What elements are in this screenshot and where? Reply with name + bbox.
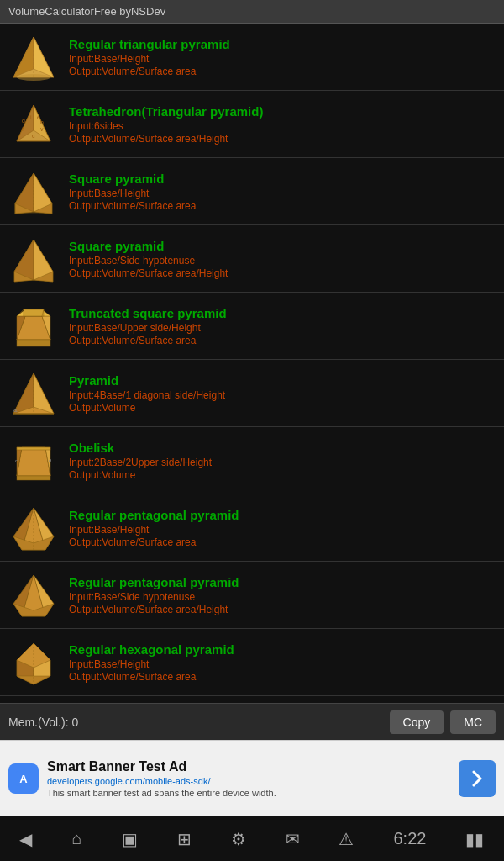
item-icon-2 — [7, 165, 60, 219]
list-item[interactable]: a: Pyramid Input:4Base/1 diagonal side/H… — [0, 360, 504, 427]
item-output-9: Output:Volume/Surface area — [69, 671, 234, 683]
item-icon-9 — [7, 636, 60, 689]
svg-rect-43 — [17, 447, 50, 450]
svg-rect-31 — [24, 309, 44, 316]
email-icon: ✉ — [286, 829, 300, 849]
item-text-9: Regular hexagonal pyramid Input:Base/Hei… — [69, 642, 234, 683]
ad-logo-icon: A — [13, 769, 34, 789]
svg-text:d: d — [49, 458, 51, 463]
ad-icon: A — [8, 763, 39, 794]
item-output-1: Output:Volume/Surface area/Height — [69, 133, 263, 145]
svg-rect-44 — [17, 476, 50, 480]
item-icon-8 — [7, 568, 60, 622]
item-title-4: Truncated square pyramid — [69, 306, 227, 320]
copy-button[interactable]: Copy — [390, 710, 444, 734]
item-output-5: Output:Volume — [69, 402, 225, 414]
list-area: Regular triangular pyramid Input:Base/He… — [0, 24, 504, 703]
ad-description: This smart banner test ad spans the enti… — [47, 788, 459, 798]
memory-bar: Mem.(Vol.): 0 Copy MC — [0, 703, 504, 740]
item-output-6: Output:Volume — [69, 469, 212, 481]
item-icon-4 — [7, 299, 60, 353]
nav-bar: ◀ ⌂ ▣ ⊞ ⚙ ✉ ⚠ 6:22 ▮▮ — [0, 816, 504, 861]
item-input-5: Input:4Base/1 diagonal side/Height — [69, 389, 225, 401]
item-text-2: Square pyramid Input:Base/Height Output:… — [69, 172, 196, 212]
list-item[interactable]: Square pyramid Input:Base/Side hypotenus… — [0, 225, 504, 293]
item-input-7: Input:Base/Height — [69, 524, 239, 536]
list-item[interactable]: Regular triangular pyramid Input:Base/He… — [0, 24, 504, 91]
time-display: 6:22 — [393, 829, 426, 848]
item-text-3: Square pyramid Input:Base/Side hypotenus… — [69, 239, 228, 279]
item-output-4: Output:Volume/Surface area — [69, 335, 227, 346]
item-input-6: Input:2Base/2Upper side/Height — [69, 457, 212, 468]
item-icon-5: a: — [7, 367, 60, 420]
item-input-2: Input:Base/Height — [69, 188, 196, 199]
list-item[interactable]: Regular pentagonal pyramid Input:Base/He… — [0, 494, 504, 562]
item-icon-3 — [7, 232, 60, 286]
mc-button[interactable]: MC — [450, 710, 496, 734]
item-text-0: Regular triangular pyramid Input:Base/He… — [69, 37, 230, 77]
list-item[interactable]: Square pyramid Input:Base/Height Output:… — [0, 158, 504, 225]
item-input-4: Input:Base/Upper side/Height — [69, 322, 227, 334]
svg-marker-36 — [34, 373, 54, 414]
list-item[interactable]: d i e f c v b Tetrahedron(Triangular pyr… — [0, 91, 504, 158]
back-button[interactable]: ◀ — [19, 829, 32, 849]
list-item[interactable]: Regular pentagonal pyramid Input:Base/Si… — [0, 562, 504, 629]
svg-text:d: d — [22, 118, 25, 124]
menu-grid-button[interactable]: ⊞ — [177, 829, 192, 849]
item-input-1: Input:6sides — [69, 120, 263, 132]
item-output-8: Output:Volume/Surface area/Height — [69, 604, 239, 615]
item-title-9: Regular hexagonal pyramid — [69, 642, 234, 657]
item-title-2: Square pyramid — [69, 172, 196, 186]
title-bar: VolumeCalculatorFree byNSDev — [0, 0, 504, 24]
svg-text:f: f — [22, 126, 24, 132]
item-output-0: Output:Volume/Surface area — [69, 66, 230, 77]
item-icon-0 — [7, 30, 60, 84]
ad-url[interactable]: developers.google.com/mobile-ads-sdk/ — [47, 776, 459, 786]
item-title-7: Regular pentagonal pyramid — [69, 508, 239, 522]
item-icon-7 — [7, 501, 60, 555]
item-title-3: Square pyramid — [69, 239, 228, 253]
item-title-5: Pyramid — [69, 373, 225, 388]
list-item[interactable]: Truncated square pyramid Input:Base/Uppe… — [0, 293, 504, 360]
home-button[interactable]: ⌂ — [71, 829, 81, 848]
item-title-8: Regular pentagonal pyramid — [69, 575, 239, 589]
item-output-7: Output:Volume/Surface area — [69, 536, 239, 548]
ad-title: Smart Banner Test Ad — [47, 759, 459, 774]
item-icon-6: c d — [7, 434, 60, 488]
item-title-6: Obelisk — [69, 441, 212, 455]
list-item[interactable]: c d Obelisk Input:2Base/2Upper side/Heig… — [0, 427, 504, 494]
item-icon-1: d i e f c v b — [7, 98, 60, 151]
chevron-right-icon — [469, 770, 486, 787]
ad-arrow-button[interactable] — [459, 760, 496, 797]
svg-rect-30 — [17, 340, 50, 346]
item-input-3: Input:Base/Side hypotenuse — [69, 255, 228, 267]
svg-text:c: c — [15, 458, 18, 463]
settings-icon: ⚙ — [231, 829, 246, 849]
svg-text:a:: a: — [13, 407, 18, 413]
item-input-8: Input:Base/Side hypotenuse — [69, 591, 239, 603]
item-title-0: Regular triangular pyramid — [69, 37, 230, 51]
alert-icon: ⚠ — [339, 829, 354, 849]
item-text-6: Obelisk Input:2Base/2Upper side/Height O… — [69, 441, 212, 481]
item-text-8: Regular pentagonal pyramid Input:Base/Si… — [69, 575, 239, 615]
item-text-1: Tetrahedron(Triangular pyramid) Input:6s… — [69, 104, 263, 145]
item-text-5: Pyramid Input:4Base/1 diagonal side/Heig… — [69, 373, 225, 414]
recent-apps-button[interactable]: ▣ — [122, 829, 138, 849]
banner-ad: A Smart Banner Test Ad developers.google… — [0, 740, 504, 816]
app-title: VolumeCalculatorFree byNSDev — [8, 5, 165, 18]
svg-point-4 — [17, 74, 50, 81]
svg-text:c: c — [32, 133, 35, 139]
item-title-1: Tetrahedron(Triangular pyramid) — [69, 104, 263, 119]
item-output-3: Output:Volume/Surface area/Height — [69, 267, 228, 279]
svg-marker-40 — [17, 447, 50, 476]
svg-text:b: b — [40, 119, 44, 125]
item-output-2: Output:Volume/Surface area — [69, 200, 196, 212]
svg-text:A: A — [19, 773, 28, 785]
item-text-7: Regular pentagonal pyramid Input:Base/He… — [69, 508, 239, 548]
battery-icon: ▮▮ — [465, 829, 484, 849]
item-text-4: Truncated square pyramid Input:Base/Uppe… — [69, 306, 227, 346]
list-item[interactable]: Regular hexagonal pyramid Input:Base/Hei… — [0, 629, 504, 696]
item-input-9: Input:Base/Height — [69, 658, 234, 670]
svg-text:v: v — [40, 126, 44, 132]
ad-content: Smart Banner Test Ad developers.google.c… — [47, 759, 459, 798]
